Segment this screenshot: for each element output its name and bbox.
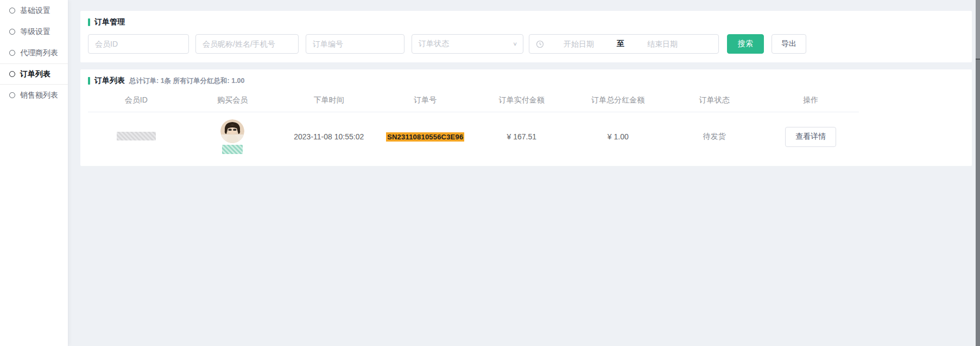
redacted-member-id — [117, 132, 156, 140]
order-no-highlighted: SN23110810556C3E96 — [386, 132, 464, 142]
order-time-cell: 2023-11-08 10:55:02 — [281, 112, 377, 162]
buyer-cell — [185, 112, 281, 162]
col-order-no: 订单号 — [377, 89, 474, 112]
view-detail-button[interactable]: 查看详情 — [785, 127, 836, 147]
avatar — [220, 119, 244, 143]
sidebar-item-label: 基础设置 — [20, 6, 50, 16]
title-accent-bar — [88, 77, 90, 85]
search-button[interactable]: 搜索 — [727, 34, 764, 54]
member-id-input[interactable] — [88, 34, 189, 54]
title-accent-bar — [88, 18, 90, 26]
radio-circle-icon — [9, 50, 15, 56]
col-dividend-amount: 订单总分红金额 — [570, 89, 667, 112]
order-status-placeholder: 订单状态 — [419, 39, 513, 49]
end-date-input[interactable] — [628, 40, 697, 48]
clock-icon — [536, 40, 544, 48]
radio-circle-icon — [9, 92, 15, 98]
order-list-summary: 总计订单: 1条 所有订单分红总和: 1.00 — [129, 76, 245, 86]
col-actions: 操作 — [763, 89, 859, 112]
paid-amount-cell: ¥ 167.51 — [473, 112, 570, 162]
member-id-cell — [88, 112, 185, 162]
main-content: 订单管理 订单状态 ∨ 至 搜索 导出 — [80, 0, 972, 166]
col-order-status: 订单状态 — [666, 89, 763, 112]
sidebar-item-label: 订单列表 — [20, 69, 50, 79]
table-header-row: 会员ID 购买会员 下单时间 订单号 订单实付金额 订单总分红金额 订单状态 操… — [88, 89, 859, 112]
dividend-amount-cell: ¥ 1.00 — [570, 112, 667, 162]
col-buyer: 购买会员 — [185, 89, 281, 112]
start-date-input[interactable] — [544, 40, 614, 48]
sidebar-item-basic-settings[interactable]: 基础设置 — [0, 0, 68, 21]
member-name-input[interactable] — [195, 34, 299, 54]
sidebar-item-agent-list[interactable]: 代理商列表 — [0, 42, 68, 63]
order-list-title: 订单列表 — [94, 76, 125, 86]
sidebar-item-label: 代理商列表 — [20, 48, 58, 58]
sidebar-item-order-list[interactable]: 订单列表 — [0, 63, 68, 85]
sidebar: 基础设置 等级设置 代理商列表 订单列表 销售额列表 — [0, 0, 68, 346]
page-title: 订单管理 — [94, 17, 125, 27]
col-member-id: 会员ID — [88, 89, 185, 112]
radio-circle-icon — [9, 29, 15, 35]
table-row: 2023-11-08 10:55:02 SN23110810556C3E96 ¥… — [88, 112, 859, 162]
sidebar-item-label: 销售额列表 — [20, 91, 58, 100]
status-badge: 待发货 — [703, 132, 726, 140]
sidebar-item-level-settings[interactable]: 等级设置 — [0, 21, 68, 42]
order-management-card: 订单管理 订单状态 ∨ 至 搜索 导出 — [80, 11, 972, 62]
radio-circle-icon — [9, 71, 15, 77]
order-list-card: 订单列表 总计订单: 1条 所有订单分红总和: 1.00 会员ID 购买会员 下… — [80, 69, 972, 166]
col-paid-amount: 订单实付金额 — [473, 89, 570, 112]
redacted-nickname — [222, 145, 243, 154]
order-number-input[interactable] — [306, 34, 404, 54]
sidebar-item-sales-list[interactable]: 销售额列表 — [0, 85, 68, 106]
date-range-separator: 至 — [614, 39, 628, 49]
actions-cell: 查看详情 — [763, 112, 859, 162]
order-status-cell: 待发货 — [666, 112, 763, 162]
radio-circle-icon — [9, 8, 15, 14]
order-no-cell: SN23110810556C3E96 — [377, 112, 474, 162]
order-status-select[interactable]: 订单状态 ∨ — [412, 34, 523, 54]
export-button[interactable]: 导出 — [772, 34, 806, 54]
scrollbar-thumb[interactable] — [976, 0, 980, 60]
sidebar-item-label: 等级设置 — [20, 27, 50, 37]
col-order-time: 下单时间 — [281, 89, 377, 112]
chevron-down-icon: ∨ — [513, 41, 517, 47]
vertical-scrollbar[interactable] — [976, 0, 980, 346]
date-range-picker[interactable]: 至 — [529, 34, 719, 54]
orders-table: 会员ID 购买会员 下单时间 订单号 订单实付金额 订单总分红金额 订单状态 操… — [88, 89, 859, 162]
